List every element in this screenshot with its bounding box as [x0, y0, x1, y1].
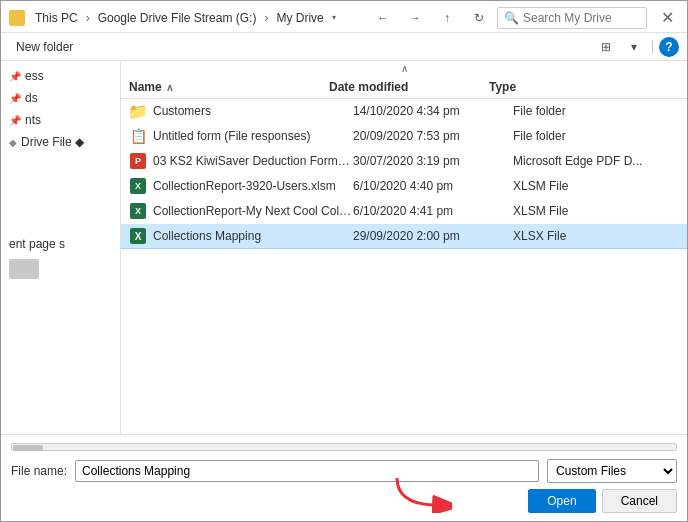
file-row-customers[interactable]: 📁 Customers 14/10/2020 4:34 pm File fold…	[121, 99, 687, 124]
pin-icon-2: 📌	[9, 93, 21, 104]
xlsm-icon-users: X	[129, 177, 147, 195]
file-type-deduction: Microsoft Edge PDF D...	[513, 154, 679, 168]
new-folder-button[interactable]: New folder	[9, 37, 80, 57]
sidebar-item-label: ess	[25, 69, 44, 83]
column-type[interactable]: Type	[489, 80, 679, 94]
file-type-collection-details: XLSM File	[513, 204, 679, 218]
open-button[interactable]: Open	[528, 489, 595, 513]
file-date-collection-details: 6/10/2020 4:41 pm	[353, 204, 513, 218]
column-name[interactable]: Name ∧	[129, 80, 329, 94]
file-row-untitled-form[interactable]: 📋 Untitled form (File responses) 20/09/2…	[121, 124, 687, 149]
column-date[interactable]: Date modified	[329, 80, 489, 94]
file-type-collection-users: XLSM File	[513, 179, 679, 193]
pdf-icon-deduction: P	[129, 152, 147, 170]
main-content: 📌 ess 📌 ds 📌 nts ◆ Drive File ◆ ent page…	[1, 61, 687, 434]
file-date-collection-users: 6/10/2020 4:40 pm	[353, 179, 513, 193]
folder-icon-customers: 📁	[129, 102, 147, 120]
file-list: ∧ Name ∧ Date modified Type 📁 Customers	[121, 61, 687, 434]
scrollbar-thumb	[13, 445, 43, 451]
breadcrumb-sep-2: ›	[264, 11, 268, 25]
pin-icon: 📌	[9, 71, 21, 82]
file-date-deduction: 30/07/2020 3:19 pm	[353, 154, 513, 168]
pin-icon-3: 📌	[9, 115, 21, 126]
file-name-deduction: 03 KS2 KiwiSaver Deduction Form May 2019	[153, 154, 353, 168]
sidebar-item-label-4: Drive File ◆	[21, 135, 84, 149]
chevron-down-icon: ▾	[631, 40, 637, 54]
back-button[interactable]: ←	[369, 7, 397, 29]
file-name-collection-details: CollectionReport-My Next Cool Collection…	[153, 204, 353, 218]
up-button[interactable]: ↑	[433, 7, 461, 29]
sidebar: 📌 ess 📌 ds 📌 nts ◆ Drive File ◆ ent page…	[1, 61, 121, 434]
file-name-collection-users: CollectionReport-3920-Users.xlsm	[153, 179, 353, 193]
sidebar-item-label-5: ent page s	[9, 237, 65, 251]
footer-buttons: Open Cancel	[11, 489, 677, 513]
file-row-collections-mapping[interactable]: X Collections Mapping 29/09/2020 2:00 pm…	[121, 224, 687, 249]
toolbar: New folder ⊞ ▾ ?	[1, 33, 687, 61]
file-date-mapping: 29/09/2020 2:00 pm	[353, 229, 513, 243]
file-list-header: Name ∧ Date modified Type	[121, 76, 687, 99]
breadcrumb-sep-1: ›	[86, 11, 90, 25]
file-row-deduction-form[interactable]: P 03 KS2 KiwiSaver Deduction Form May 20…	[121, 149, 687, 174]
view-dropdown-button[interactable]: ▾	[622, 36, 646, 58]
footer-filename-row: File name: Custom Files	[11, 459, 677, 483]
breadcrumb-google-drive[interactable]: Google Drive File Stream (G:)	[94, 9, 261, 27]
breadcrumb-dropdown-arrow[interactable]: ▾	[332, 13, 336, 22]
file-name-field[interactable]	[75, 460, 539, 482]
cancel-button[interactable]: Cancel	[602, 489, 677, 513]
sidebar-item-label-3: nts	[25, 113, 41, 127]
sidebar-item-ds[interactable]: 📌 ds	[1, 87, 120, 109]
folder-icon-small	[9, 10, 25, 26]
file-type-customers: File folder	[513, 104, 679, 118]
search-input[interactable]	[523, 11, 640, 25]
sidebar-item-page[interactable]: ent page s	[1, 233, 120, 255]
horizontal-scrollbar[interactable]	[11, 443, 677, 451]
file-name-mapping: Collections Mapping	[153, 229, 353, 243]
title-bar: This PC › Google Drive File Stream (G:) …	[1, 1, 687, 33]
view-toggle-button[interactable]: ⊞	[594, 36, 618, 58]
diamond-icon: ◆	[9, 137, 17, 148]
forward-button[interactable]: →	[401, 7, 429, 29]
sidebar-item-drive-file[interactable]: ◆ Drive File ◆	[1, 131, 120, 153]
refresh-button[interactable]: ↻	[465, 7, 493, 29]
file-name-untitled: Untitled form (File responses)	[153, 129, 353, 143]
footer: File name: Custom Files Open Cancel	[1, 434, 687, 521]
forms-icon-untitled: 📋	[129, 127, 147, 145]
file-row-collection-details[interactable]: X CollectionReport-My Next Cool Collecti…	[121, 199, 687, 224]
close-button[interactable]: ✕	[655, 7, 679, 29]
search-box[interactable]: 🔍	[497, 7, 647, 29]
xlsm-icon-details: X	[129, 202, 147, 220]
breadcrumb: This PC › Google Drive File Stream (G:) …	[31, 9, 336, 27]
open-file-dialog: This PC › Google Drive File Stream (G:) …	[0, 0, 688, 522]
file-name-customers: Customers	[153, 104, 353, 118]
sidebar-item-label-2: ds	[25, 91, 38, 105]
file-date-customers: 14/10/2020 4:34 pm	[353, 104, 513, 118]
sort-arrow-icon: ∧	[166, 82, 173, 93]
sidebar-item-ess[interactable]: 📌 ess	[1, 65, 120, 87]
file-type-select[interactable]: Custom Files	[547, 459, 677, 483]
view-icon: ⊞	[601, 40, 611, 54]
sidebar-item-nts[interactable]: 📌 nts	[1, 109, 120, 131]
title-bar-right: ← → ↑ ↻ 🔍 ✕	[369, 7, 679, 29]
search-icon: 🔍	[504, 11, 519, 25]
title-bar-left: This PC › Google Drive File Stream (G:) …	[9, 9, 336, 27]
file-row-collection-users[interactable]: X CollectionReport-3920-Users.xlsm 6/10/…	[121, 174, 687, 199]
file-type-mapping: XLSX File	[513, 229, 679, 243]
file-type-untitled: File folder	[513, 129, 679, 143]
breadcrumb-my-drive[interactable]: My Drive	[272, 9, 327, 27]
file-date-untitled: 20/09/2020 7:53 pm	[353, 129, 513, 143]
file-name-label: File name:	[11, 464, 67, 478]
toolbar-right: ⊞ ▾ ?	[594, 36, 679, 58]
toolbar-left: New folder	[9, 37, 80, 57]
help-button[interactable]: ?	[659, 37, 679, 57]
breadcrumb-this-pc[interactable]: This PC	[31, 9, 82, 27]
xlsx-icon-mapping: X	[129, 227, 147, 245]
toolbar-divider	[652, 40, 653, 54]
